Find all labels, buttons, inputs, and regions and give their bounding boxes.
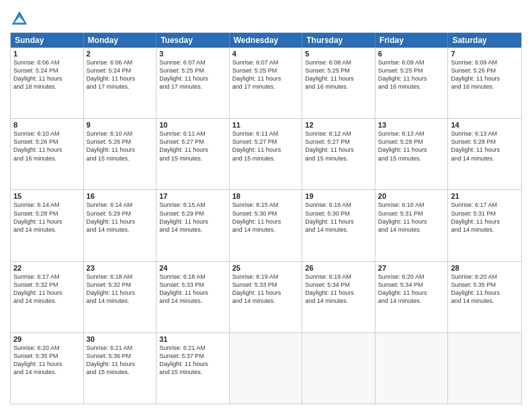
cell-line: Sunset: 5:32 PM — [87, 281, 154, 289]
day-number: 25 — [232, 264, 300, 272]
day-cell-29: 29Sunrise: 6:20 AMSunset: 5:35 PMDayligh… — [11, 333, 84, 404]
day-number: 2 — [87, 50, 154, 58]
day-cell-19: 19Sunrise: 6:16 AMSunset: 5:30 PMDayligh… — [302, 190, 375, 261]
cell-line: Daylight: 11 hours — [232, 218, 300, 226]
cell-line: Sunrise: 6:10 AM — [87, 130, 154, 138]
cell-line: Sunset: 5:29 PM — [87, 210, 154, 218]
cell-line: Sunrise: 6:19 AM — [232, 273, 300, 281]
logo-icon — [10, 9, 29, 28]
day-cell-21: 21Sunrise: 6:17 AMSunset: 5:31 PMDayligh… — [448, 190, 521, 261]
cell-line: and 14 minutes. — [451, 154, 519, 163]
cell-line: and 15 minutes. — [305, 154, 372, 163]
day-cell-16: 16Sunrise: 6:14 AMSunset: 5:29 PMDayligh… — [84, 190, 157, 261]
cell-line: Sunset: 5:36 PM — [87, 352, 154, 360]
cell-line: and 15 minutes. — [87, 154, 154, 163]
calendar-row-3: 22Sunrise: 6:17 AMSunset: 5:32 PMDayligh… — [11, 261, 521, 332]
cell-line: and 14 minutes. — [159, 226, 226, 234]
cell-line: Sunrise: 6:19 AM — [305, 273, 372, 281]
cell-line: and 17 minutes. — [159, 83, 226, 91]
cell-line: Daylight: 11 hours — [159, 75, 226, 83]
cell-line: and 15 minutes. — [87, 368, 154, 376]
cell-line: and 17 minutes. — [87, 83, 154, 91]
cell-line: Sunrise: 6:11 AM — [232, 130, 300, 138]
day-number: 13 — [378, 121, 445, 129]
day-number: 15 — [13, 192, 81, 200]
empty-cell-4-6 — [448, 333, 521, 404]
cell-line: Daylight: 11 hours — [159, 360, 226, 368]
day-number: 5 — [305, 50, 372, 58]
cell-line: Sunrise: 6:15 AM — [159, 201, 226, 209]
day-number: 9 — [87, 121, 154, 129]
cell-line: Daylight: 11 hours — [159, 289, 226, 297]
cell-line: and 16 minutes. — [13, 154, 81, 163]
cell-line: and 15 minutes. — [159, 368, 226, 376]
cell-line: Daylight: 11 hours — [159, 146, 226, 154]
day-number: 16 — [87, 192, 154, 200]
cell-line: Daylight: 11 hours — [378, 75, 445, 83]
cell-line: Sunset: 5:35 PM — [451, 281, 519, 289]
cell-line: Sunset: 5:27 PM — [159, 138, 226, 146]
cell-line: and 16 minutes. — [451, 83, 519, 91]
cell-line: Daylight: 11 hours — [232, 289, 300, 297]
cell-line: Sunrise: 6:17 AM — [451, 201, 519, 209]
cell-line: Sunrise: 6:15 AM — [232, 201, 300, 209]
calendar-body: 1Sunrise: 6:06 AMSunset: 5:24 PMDaylight… — [11, 48, 521, 404]
cell-line: Sunrise: 6:13 AM — [378, 130, 445, 138]
cell-line: Daylight: 11 hours — [232, 75, 300, 83]
cell-line: Sunset: 5:27 PM — [232, 138, 300, 146]
calendar: SundayMondayTuesdayWednesdayThursdayFrid… — [10, 32, 522, 404]
day-cell-15: 15Sunrise: 6:14 AMSunset: 5:28 PMDayligh… — [11, 190, 84, 261]
header — [10, 7, 522, 28]
cell-line: Daylight: 11 hours — [13, 75, 81, 83]
cell-line: Daylight: 11 hours — [305, 289, 372, 297]
cell-line: Sunrise: 6:16 AM — [378, 201, 445, 209]
cell-line: Sunrise: 6:07 AM — [232, 58, 300, 66]
cell-line: Sunrise: 6:12 AM — [305, 130, 372, 138]
cell-line: Daylight: 11 hours — [159, 218, 226, 226]
cell-line: Sunset: 5:30 PM — [305, 210, 372, 218]
day-cell-5: 5Sunrise: 6:08 AMSunset: 5:25 PMDaylight… — [302, 48, 375, 118]
cell-line: and 14 minutes. — [305, 226, 372, 234]
cell-line: Sunrise: 6:06 AM — [87, 58, 154, 66]
day-number: 8 — [13, 121, 81, 129]
cell-line: Daylight: 11 hours — [87, 218, 154, 226]
calendar-row-0: 1Sunrise: 6:06 AMSunset: 5:24 PMDaylight… — [11, 48, 521, 118]
day-number: 20 — [378, 192, 445, 200]
day-cell-6: 6Sunrise: 6:09 AMSunset: 5:25 PMDaylight… — [375, 48, 449, 118]
day-number: 28 — [451, 264, 519, 272]
day-cell-24: 24Sunrise: 6:18 AMSunset: 5:33 PMDayligh… — [157, 262, 230, 332]
day-cell-28: 28Sunrise: 6:20 AMSunset: 5:35 PMDayligh… — [448, 262, 521, 332]
day-cell-17: 17Sunrise: 6:15 AMSunset: 5:29 PMDayligh… — [157, 190, 230, 261]
day-cell-14: 14Sunrise: 6:13 AMSunset: 5:28 PMDayligh… — [448, 119, 521, 189]
cell-line: and 14 minutes. — [87, 297, 154, 305]
day-number: 24 — [159, 264, 226, 272]
calendar-row-4: 29Sunrise: 6:20 AMSunset: 5:35 PMDayligh… — [11, 332, 521, 404]
cell-line: and 17 minutes. — [232, 83, 300, 91]
cell-line: Sunset: 5:29 PM — [159, 210, 226, 218]
cell-line: Sunset: 5:34 PM — [378, 281, 445, 289]
day-number: 23 — [87, 264, 154, 272]
cell-line: and 14 minutes. — [451, 226, 519, 234]
cell-line: and 15 minutes. — [378, 154, 445, 163]
empty-cell-4-4 — [302, 333, 375, 404]
header-day-saturday: Saturday — [448, 33, 521, 48]
cell-line: and 14 minutes. — [232, 226, 300, 234]
day-number: 21 — [451, 192, 519, 200]
cell-line: Daylight: 11 hours — [451, 146, 519, 154]
cell-line: and 14 minutes. — [159, 297, 226, 305]
day-number: 26 — [305, 264, 372, 272]
day-cell-13: 13Sunrise: 6:13 AMSunset: 5:28 PMDayligh… — [375, 119, 449, 189]
cell-line: and 14 minutes. — [232, 297, 300, 305]
cell-line: and 14 minutes. — [451, 297, 519, 305]
cell-line: Sunset: 5:35 PM — [13, 352, 81, 360]
day-cell-9: 9Sunrise: 6:10 AMSunset: 5:26 PMDaylight… — [84, 119, 157, 189]
cell-line: and 14 minutes. — [378, 297, 445, 305]
day-cell-30: 30Sunrise: 6:21 AMSunset: 5:36 PMDayligh… — [84, 333, 157, 404]
cell-line: Sunset: 5:27 PM — [305, 138, 372, 146]
cell-line: Daylight: 11 hours — [305, 75, 372, 83]
cell-line: Sunrise: 6:18 AM — [159, 273, 226, 281]
cell-line: Daylight: 11 hours — [305, 218, 372, 226]
cell-line: Sunset: 5:31 PM — [378, 210, 445, 218]
day-number: 12 — [305, 121, 372, 129]
day-number: 22 — [13, 264, 81, 272]
